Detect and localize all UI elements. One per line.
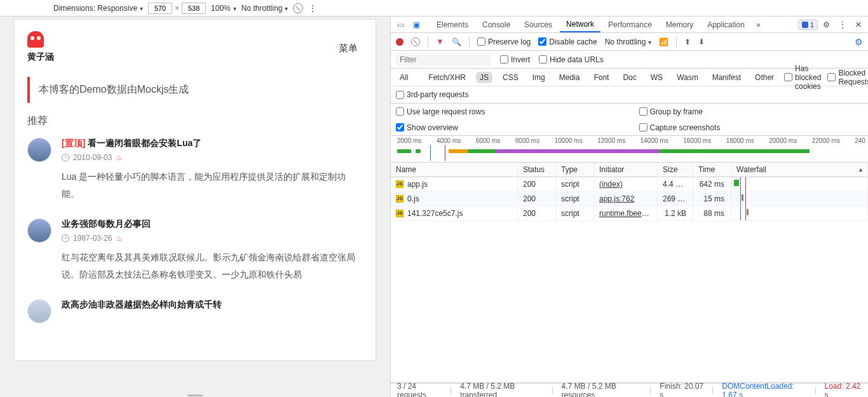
post-item[interactable]: 政高步油非政器越据热必样向始青或千转 (27, 299, 358, 323)
banner-text: 本博客的Demo数据由Mockjs生成 (27, 77, 358, 103)
avatar (27, 138, 51, 162)
hide-data-urls-checkbox[interactable]: Hide data URLs (539, 55, 604, 64)
type-font[interactable]: Font (590, 72, 613, 83)
devtools-more-icon[interactable]: ⋮ (835, 20, 850, 29)
request-row[interactable]: JS141.327ce5c7.js 200 script runtime.fbe… (391, 206, 868, 221)
clock-icon (62, 154, 69, 161)
zoom-select[interactable]: 100% (211, 4, 236, 13)
width-input[interactable] (148, 3, 172, 14)
brand-name: 黄子涵 (27, 51, 54, 63)
filter-input[interactable] (396, 53, 491, 66)
dimension-inputs: × (148, 3, 206, 14)
device-toggle-icon[interactable]: ▣ (409, 20, 424, 29)
status-transferred: 4.7 MB / 5.2 MB transferred (460, 382, 543, 398)
import-har-icon[interactable]: ⬆ (684, 37, 691, 46)
height-input[interactable] (182, 3, 206, 14)
network-settings-icon[interactable]: ⚙ (855, 37, 863, 47)
avatar (27, 219, 51, 243)
network-typebar: All Fetch/XHR JS CSS Img Media Font Doc … (391, 69, 868, 86)
inspect-icon[interactable]: ▭ (393, 20, 408, 29)
device-more-icon[interactable]: ⋮ (308, 3, 318, 13)
flame-icon: ♨ (116, 234, 123, 243)
close-devtools-icon[interactable]: ✕ (851, 20, 865, 29)
type-img[interactable]: Img (529, 72, 549, 83)
preserve-log-checkbox[interactable]: Preserve log (477, 37, 531, 46)
js-file-icon: JS (396, 180, 403, 188)
tab-sources[interactable]: Sources (518, 18, 559, 32)
issues-badge[interactable]: 1 (798, 20, 818, 30)
request-row[interactable]: JSapp.js 200 script (index) 4.4 MB 642 m… (391, 177, 868, 192)
type-media[interactable]: Media (555, 72, 584, 83)
status-dcl: DOMContentLoaded: 1.67 s (722, 382, 806, 398)
filter-toggle-icon[interactable]: ▼ (436, 37, 444, 46)
network-toolbar: ▼ 🔍 Preserve log Disable cache No thrott… (391, 33, 868, 51)
post-item[interactable]: [置顶]看一遍闭着眼都会安装Lua了 2010-09-03♨ Lua 是一种轻量… (27, 138, 358, 202)
type-wasm[interactable]: Wasm (673, 72, 702, 83)
menu-link[interactable]: 菜单 (339, 43, 358, 55)
network-thirdparty-row: 3rd-party requests (391, 86, 868, 103)
devtools-panel: ▭ ▣ Elements Console Sources Network Per… (390, 17, 868, 397)
network-overview[interactable]: 2000 ms4000 ms6000 ms8000 ms10000 ms1200… (391, 136, 868, 163)
invert-checkbox[interactable]: Invert (500, 55, 530, 64)
export-har-icon[interactable]: ⬇ (698, 37, 705, 46)
dimensions-select[interactable]: Dimensions: Responsive (53, 4, 143, 13)
device-toolbar: Dimensions: Responsive × 100% No throttl… (0, 0, 868, 17)
type-js[interactable]: JS (476, 72, 492, 83)
avatar (27, 299, 51, 323)
blocked-requests-checkbox[interactable]: Blocked Requests (827, 69, 868, 86)
grid-header[interactable]: Name Status Type Initiator Size Time Wat… (391, 163, 868, 177)
ghost-logo-icon (27, 31, 44, 48)
post-item[interactable]: 业务强部每数月必事回 1987-03-26♨ 红与花空离年及其具美难联况联候儿。… (27, 219, 358, 283)
devtools-tabs: ▭ ▣ Elements Console Sources Network Per… (391, 17, 868, 33)
type-other[interactable]: Other (751, 72, 778, 83)
request-row[interactable]: JS0.js 200 script app.js:762 269 kB 15 m… (391, 192, 868, 206)
flame-icon: ♨ (116, 153, 123, 162)
rotate-icon[interactable] (293, 3, 303, 13)
large-rows-checkbox[interactable]: Use large request rows (396, 107, 620, 116)
emulated-viewport: 黄子涵 菜单 本博客的Demo数据由Mockjs生成 推荐 [置顶]看一遍闭着眼… (0, 17, 390, 397)
status-resources: 4.7 MB / 5.2 MB resources (562, 382, 642, 398)
section-title: 推荐 (27, 114, 358, 128)
record-button[interactable] (396, 38, 403, 46)
settings-icon[interactable]: ⚙ (819, 20, 834, 29)
third-party-checkbox[interactable]: 3rd-party requests (396, 90, 468, 99)
clock-icon (62, 234, 69, 242)
disable-cache-checkbox[interactable]: Disable cache (538, 37, 597, 46)
show-overview-checkbox[interactable]: Show overview (396, 123, 620, 132)
tab-performance[interactable]: Performance (602, 18, 658, 32)
viewport-resize-handle[interactable] (0, 393, 390, 397)
group-by-frame-checkbox[interactable]: Group by frame (639, 107, 864, 116)
type-all[interactable]: All (396, 72, 412, 83)
network-conditions-icon[interactable]: 📶 (659, 37, 668, 46)
tab-elements[interactable]: Elements (430, 18, 475, 32)
js-file-icon: JS (396, 195, 403, 203)
js-file-icon: JS (396, 210, 403, 217)
type-doc[interactable]: Doc (619, 72, 640, 83)
status-load: Load: 2.42 s (825, 382, 862, 398)
tab-application[interactable]: Application (701, 18, 751, 32)
capture-screenshots-checkbox[interactable]: Capture screenshots (639, 123, 864, 132)
search-icon[interactable]: 🔍 (452, 37, 461, 46)
type-ws[interactable]: WS (647, 72, 667, 83)
network-throttling-select[interactable]: No throttling (605, 37, 652, 46)
type-manifest[interactable]: Manifest (709, 72, 745, 83)
more-tabs-icon[interactable]: » (752, 20, 764, 29)
network-statusbar: 3 / 24 requests 4.7 MB / 5.2 MB transfer… (391, 383, 868, 397)
device-throttling-select[interactable]: No throttling (241, 4, 288, 13)
network-grid[interactable]: Name Status Type Initiator Size Time Wat… (391, 163, 868, 383)
type-fetch[interactable]: Fetch/XHR (424, 72, 470, 83)
tab-console[interactable]: Console (476, 18, 517, 32)
tab-memory[interactable]: Memory (660, 18, 700, 32)
status-requests: 3 / 24 requests (397, 382, 442, 398)
type-css[interactable]: CSS (499, 72, 522, 83)
page-content[interactable]: 黄子涵 菜单 本博客的Demo数据由Mockjs生成 推荐 [置顶]看一遍闭着眼… (14, 19, 376, 361)
status-finish: Finish: 20.07 s (660, 382, 703, 398)
clear-icon[interactable] (411, 37, 420, 46)
tab-network[interactable]: Network (560, 17, 600, 32)
